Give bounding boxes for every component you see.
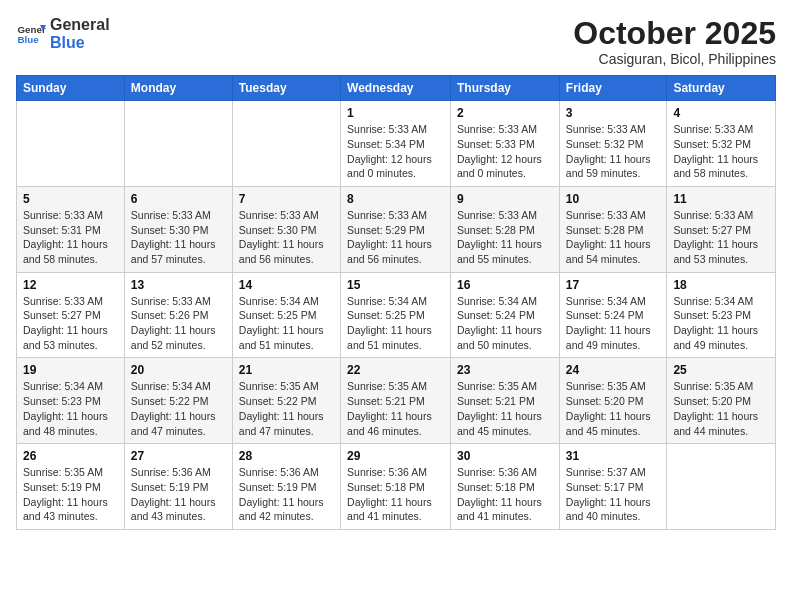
day-number: 4 bbox=[673, 106, 769, 120]
day-number: 29 bbox=[347, 449, 444, 463]
day-number: 27 bbox=[131, 449, 226, 463]
day-number: 28 bbox=[239, 449, 334, 463]
calendar-cell: 5Sunrise: 5:33 AM Sunset: 5:31 PM Daylig… bbox=[17, 186, 125, 272]
day-info: Sunrise: 5:35 AM Sunset: 5:20 PM Dayligh… bbox=[566, 379, 661, 438]
day-number: 5 bbox=[23, 192, 118, 206]
day-info: Sunrise: 5:33 AM Sunset: 5:28 PM Dayligh… bbox=[566, 208, 661, 267]
day-number: 19 bbox=[23, 363, 118, 377]
day-info: Sunrise: 5:34 AM Sunset: 5:23 PM Dayligh… bbox=[23, 379, 118, 438]
calendar-cell bbox=[17, 101, 125, 187]
day-number: 16 bbox=[457, 278, 553, 292]
day-info: Sunrise: 5:33 AM Sunset: 5:31 PM Dayligh… bbox=[23, 208, 118, 267]
day-info: Sunrise: 5:34 AM Sunset: 5:25 PM Dayligh… bbox=[239, 294, 334, 353]
title-block: October 2025 Casiguran, Bicol, Philippin… bbox=[573, 16, 776, 67]
day-info: Sunrise: 5:34 AM Sunset: 5:24 PM Dayligh… bbox=[457, 294, 553, 353]
day-info: Sunrise: 5:35 AM Sunset: 5:21 PM Dayligh… bbox=[347, 379, 444, 438]
calendar-week-row: 1Sunrise: 5:33 AM Sunset: 5:34 PM Daylig… bbox=[17, 101, 776, 187]
calendar-cell bbox=[124, 101, 232, 187]
weekday-header: Thursday bbox=[451, 76, 560, 101]
day-number: 17 bbox=[566, 278, 661, 292]
day-number: 18 bbox=[673, 278, 769, 292]
day-number: 24 bbox=[566, 363, 661, 377]
calendar-cell: 17Sunrise: 5:34 AM Sunset: 5:24 PM Dayli… bbox=[559, 272, 667, 358]
day-info: Sunrise: 5:33 AM Sunset: 5:29 PM Dayligh… bbox=[347, 208, 444, 267]
calendar-header-row: SundayMondayTuesdayWednesdayThursdayFrid… bbox=[17, 76, 776, 101]
calendar-cell: 21Sunrise: 5:35 AM Sunset: 5:22 PM Dayli… bbox=[232, 358, 340, 444]
calendar-cell: 15Sunrise: 5:34 AM Sunset: 5:25 PM Dayli… bbox=[341, 272, 451, 358]
day-number: 31 bbox=[566, 449, 661, 463]
calendar-cell: 28Sunrise: 5:36 AM Sunset: 5:19 PM Dayli… bbox=[232, 444, 340, 530]
day-info: Sunrise: 5:33 AM Sunset: 5:26 PM Dayligh… bbox=[131, 294, 226, 353]
day-info: Sunrise: 5:33 AM Sunset: 5:32 PM Dayligh… bbox=[673, 122, 769, 181]
day-info: Sunrise: 5:34 AM Sunset: 5:23 PM Dayligh… bbox=[673, 294, 769, 353]
day-number: 2 bbox=[457, 106, 553, 120]
day-number: 1 bbox=[347, 106, 444, 120]
calendar-cell: 7Sunrise: 5:33 AM Sunset: 5:30 PM Daylig… bbox=[232, 186, 340, 272]
calendar-cell: 31Sunrise: 5:37 AM Sunset: 5:17 PM Dayli… bbox=[559, 444, 667, 530]
day-info: Sunrise: 5:36 AM Sunset: 5:19 PM Dayligh… bbox=[239, 465, 334, 524]
calendar-week-row: 26Sunrise: 5:35 AM Sunset: 5:19 PM Dayli… bbox=[17, 444, 776, 530]
calendar-cell: 3Sunrise: 5:33 AM Sunset: 5:32 PM Daylig… bbox=[559, 101, 667, 187]
day-number: 3 bbox=[566, 106, 661, 120]
calendar-cell: 24Sunrise: 5:35 AM Sunset: 5:20 PM Dayli… bbox=[559, 358, 667, 444]
calendar-cell: 2Sunrise: 5:33 AM Sunset: 5:33 PM Daylig… bbox=[451, 101, 560, 187]
logo-general-text: General bbox=[50, 16, 110, 33]
day-number: 13 bbox=[131, 278, 226, 292]
day-info: Sunrise: 5:36 AM Sunset: 5:19 PM Dayligh… bbox=[131, 465, 226, 524]
day-number: 26 bbox=[23, 449, 118, 463]
month-title: October 2025 bbox=[573, 16, 776, 51]
day-info: Sunrise: 5:36 AM Sunset: 5:18 PM Dayligh… bbox=[347, 465, 444, 524]
day-info: Sunrise: 5:33 AM Sunset: 5:34 PM Dayligh… bbox=[347, 122, 444, 181]
calendar-cell: 27Sunrise: 5:36 AM Sunset: 5:19 PM Dayli… bbox=[124, 444, 232, 530]
day-number: 7 bbox=[239, 192, 334, 206]
calendar-cell: 16Sunrise: 5:34 AM Sunset: 5:24 PM Dayli… bbox=[451, 272, 560, 358]
calendar-cell: 30Sunrise: 5:36 AM Sunset: 5:18 PM Dayli… bbox=[451, 444, 560, 530]
calendar-cell: 23Sunrise: 5:35 AM Sunset: 5:21 PM Dayli… bbox=[451, 358, 560, 444]
day-info: Sunrise: 5:33 AM Sunset: 5:30 PM Dayligh… bbox=[239, 208, 334, 267]
calendar-cell: 26Sunrise: 5:35 AM Sunset: 5:19 PM Dayli… bbox=[17, 444, 125, 530]
day-info: Sunrise: 5:36 AM Sunset: 5:18 PM Dayligh… bbox=[457, 465, 553, 524]
day-number: 11 bbox=[673, 192, 769, 206]
calendar-cell: 18Sunrise: 5:34 AM Sunset: 5:23 PM Dayli… bbox=[667, 272, 776, 358]
page-header: General Blue General Blue October 2025 C… bbox=[16, 16, 776, 67]
day-number: 15 bbox=[347, 278, 444, 292]
calendar-cell: 22Sunrise: 5:35 AM Sunset: 5:21 PM Dayli… bbox=[341, 358, 451, 444]
day-info: Sunrise: 5:35 AM Sunset: 5:19 PM Dayligh… bbox=[23, 465, 118, 524]
calendar-cell: 9Sunrise: 5:33 AM Sunset: 5:28 PM Daylig… bbox=[451, 186, 560, 272]
calendar-cell: 6Sunrise: 5:33 AM Sunset: 5:30 PM Daylig… bbox=[124, 186, 232, 272]
calendar-cell: 1Sunrise: 5:33 AM Sunset: 5:34 PM Daylig… bbox=[341, 101, 451, 187]
day-number: 30 bbox=[457, 449, 553, 463]
logo-icon: General Blue bbox=[16, 19, 46, 49]
svg-text:Blue: Blue bbox=[18, 34, 40, 45]
calendar-week-row: 12Sunrise: 5:33 AM Sunset: 5:27 PM Dayli… bbox=[17, 272, 776, 358]
day-info: Sunrise: 5:35 AM Sunset: 5:20 PM Dayligh… bbox=[673, 379, 769, 438]
day-info: Sunrise: 5:34 AM Sunset: 5:25 PM Dayligh… bbox=[347, 294, 444, 353]
day-info: Sunrise: 5:34 AM Sunset: 5:22 PM Dayligh… bbox=[131, 379, 226, 438]
logo: General Blue General Blue bbox=[16, 16, 110, 51]
day-number: 10 bbox=[566, 192, 661, 206]
weekday-header: Sunday bbox=[17, 76, 125, 101]
calendar-cell: 25Sunrise: 5:35 AM Sunset: 5:20 PM Dayli… bbox=[667, 358, 776, 444]
day-info: Sunrise: 5:37 AM Sunset: 5:17 PM Dayligh… bbox=[566, 465, 661, 524]
day-info: Sunrise: 5:33 AM Sunset: 5:32 PM Dayligh… bbox=[566, 122, 661, 181]
weekday-header: Friday bbox=[559, 76, 667, 101]
day-number: 9 bbox=[457, 192, 553, 206]
calendar-cell: 12Sunrise: 5:33 AM Sunset: 5:27 PM Dayli… bbox=[17, 272, 125, 358]
weekday-header: Tuesday bbox=[232, 76, 340, 101]
day-number: 21 bbox=[239, 363, 334, 377]
calendar-cell bbox=[232, 101, 340, 187]
calendar-cell: 14Sunrise: 5:34 AM Sunset: 5:25 PM Dayli… bbox=[232, 272, 340, 358]
day-number: 12 bbox=[23, 278, 118, 292]
day-number: 8 bbox=[347, 192, 444, 206]
calendar-cell: 10Sunrise: 5:33 AM Sunset: 5:28 PM Dayli… bbox=[559, 186, 667, 272]
calendar-week-row: 5Sunrise: 5:33 AM Sunset: 5:31 PM Daylig… bbox=[17, 186, 776, 272]
day-number: 22 bbox=[347, 363, 444, 377]
day-info: Sunrise: 5:34 AM Sunset: 5:24 PM Dayligh… bbox=[566, 294, 661, 353]
calendar-cell: 8Sunrise: 5:33 AM Sunset: 5:29 PM Daylig… bbox=[341, 186, 451, 272]
calendar-cell: 4Sunrise: 5:33 AM Sunset: 5:32 PM Daylig… bbox=[667, 101, 776, 187]
day-number: 25 bbox=[673, 363, 769, 377]
day-number: 20 bbox=[131, 363, 226, 377]
calendar-table: SundayMondayTuesdayWednesdayThursdayFrid… bbox=[16, 75, 776, 530]
day-info: Sunrise: 5:35 AM Sunset: 5:22 PM Dayligh… bbox=[239, 379, 334, 438]
day-info: Sunrise: 5:33 AM Sunset: 5:30 PM Dayligh… bbox=[131, 208, 226, 267]
